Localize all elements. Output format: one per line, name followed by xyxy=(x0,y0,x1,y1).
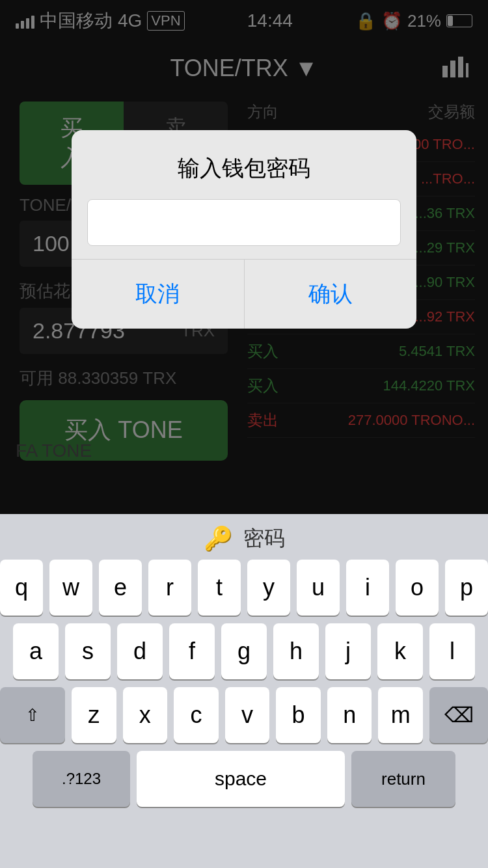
key-e[interactable]: e xyxy=(99,560,142,616)
key-row-4: .?123 space return xyxy=(0,751,488,807)
dialog-buttons: 取消 确认 xyxy=(72,259,416,329)
keyboard-rows: q w e r t y u i o p a s d f g h j k l ⇧ … xyxy=(0,560,488,807)
password-input[interactable] xyxy=(87,199,401,246)
key-c[interactable]: c xyxy=(174,687,219,743)
dialog-title: 输入钱包密码 xyxy=(72,130,416,199)
key-b[interactable]: b xyxy=(276,687,321,743)
key-row-1: q w e r t y u i o p xyxy=(0,560,488,616)
key-icon: 🔑 xyxy=(204,525,233,552)
key-j[interactable]: j xyxy=(325,623,371,679)
key-g[interactable]: g xyxy=(221,623,267,679)
key-d[interactable]: d xyxy=(117,623,163,679)
cancel-button[interactable]: 取消 xyxy=(72,260,245,329)
key-f[interactable]: f xyxy=(169,623,215,679)
key-q[interactable]: q xyxy=(0,560,43,616)
key-w[interactable]: w xyxy=(49,560,92,616)
key-m[interactable]: m xyxy=(378,687,423,743)
key-k[interactable]: k xyxy=(377,623,423,679)
key-u[interactable]: u xyxy=(297,560,340,616)
shift-key[interactable]: ⇧ xyxy=(0,687,65,743)
delete-key[interactable]: ⌫ xyxy=(429,687,488,743)
keyboard-hint-label: 密码 xyxy=(243,524,285,553)
space-key[interactable]: space xyxy=(137,751,345,807)
key-x[interactable]: x xyxy=(123,687,168,743)
key-row-2: a s d f g h j k l xyxy=(0,623,488,679)
key-n[interactable]: n xyxy=(327,687,372,743)
key-v[interactable]: v xyxy=(225,687,270,743)
key-r[interactable]: r xyxy=(148,560,191,616)
keyboard: 🔑 密码 q w e r t y u i o p a s d f g h j k… xyxy=(0,514,488,868)
return-key[interactable]: return xyxy=(351,751,455,807)
key-p[interactable]: p xyxy=(445,560,488,616)
numpad-toggle-key[interactable]: .?123 xyxy=(33,751,130,807)
key-z[interactable]: z xyxy=(72,687,116,743)
key-h[interactable]: h xyxy=(273,623,319,679)
key-o[interactable]: o xyxy=(396,560,439,616)
dialog-input-container xyxy=(72,199,416,259)
key-row-3: ⇧ z x c v b n m ⌫ xyxy=(0,687,488,743)
keyboard-hint: 🔑 密码 xyxy=(0,514,488,560)
key-a[interactable]: a xyxy=(13,623,59,679)
confirm-button[interactable]: 确认 xyxy=(245,260,417,329)
password-dialog: 输入钱包密码 取消 确认 xyxy=(72,130,416,329)
key-t[interactable]: t xyxy=(198,560,241,616)
key-i[interactable]: i xyxy=(346,560,389,616)
key-l[interactable]: l xyxy=(429,623,475,679)
key-s[interactable]: s xyxy=(65,623,111,679)
key-y[interactable]: y xyxy=(247,560,290,616)
